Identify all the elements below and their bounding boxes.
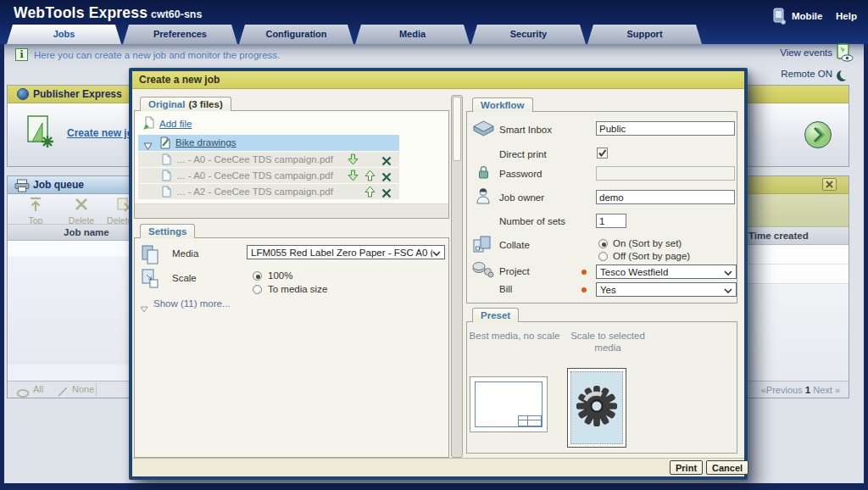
bill-select[interactable]: Yes bbox=[596, 282, 737, 297]
project-label: Project bbox=[499, 266, 530, 276]
view-events-icon[interactable] bbox=[835, 43, 854, 66]
tab-security[interactable]: Security bbox=[471, 25, 586, 44]
dialog-title: Create a new job bbox=[139, 74, 220, 86]
scale-to-media-label[interactable]: To media size bbox=[268, 284, 327, 294]
collate-on-radio[interactable] bbox=[598, 239, 608, 248]
file-row[interactable]: ... - A2 - CeeCee TDS campaign.pdf bbox=[138, 184, 399, 199]
tab-settings[interactable]: Settings bbox=[140, 224, 195, 238]
select-none-label[interactable]: None bbox=[72, 384, 94, 394]
media-icon bbox=[142, 245, 159, 268]
workflow-section: Workflow Smart Inbox Direct print Passwo… bbox=[466, 111, 737, 303]
move-down-icon[interactable] bbox=[348, 170, 359, 185]
show-more-triangle-icon[interactable] bbox=[140, 301, 148, 316]
smart-inbox-icon bbox=[472, 120, 495, 141]
select-all-icon[interactable] bbox=[16, 386, 30, 401]
tab-preset[interactable]: Preset bbox=[472, 308, 519, 322]
project-coins-icon bbox=[471, 261, 494, 281]
preset-scale-thumbnail[interactable] bbox=[567, 368, 626, 448]
remote-toggle-link[interactable]: Remote ON bbox=[781, 69, 832, 79]
view-events-link[interactable]: View events bbox=[780, 47, 832, 58]
scale-100-radio[interactable] bbox=[253, 271, 262, 281]
remove-file-icon[interactable] bbox=[381, 187, 392, 202]
move-down-icon[interactable] bbox=[348, 153, 359, 169]
move-up-icon[interactable] bbox=[364, 186, 376, 201]
file-row[interactable]: ... - A0 - CeeCee TDS campaign.pdf bbox=[138, 152, 399, 167]
tab-configuration[interactable]: Configuration bbox=[239, 25, 353, 44]
top-button[interactable]: Top bbox=[14, 197, 57, 226]
smart-inbox-label: Smart Inbox bbox=[499, 125, 552, 135]
close-icon[interactable] bbox=[822, 178, 837, 191]
select-none-icon[interactable] bbox=[57, 385, 69, 400]
scale-to-media-radio[interactable] bbox=[253, 285, 262, 294]
scale-label: Scale bbox=[172, 273, 197, 283]
pagination-page[interactable]: 1 bbox=[805, 385, 810, 395]
new-document-star-icon bbox=[25, 114, 57, 154]
mobile-link[interactable]: Mobile bbox=[792, 11, 822, 21]
collate-on-label[interactable]: On (Sort by set) bbox=[613, 238, 682, 248]
tab-support[interactable]: Support bbox=[587, 25, 702, 44]
tab-workflow-label: Workflow bbox=[481, 100, 525, 110]
chevron-down-icon bbox=[724, 264, 732, 280]
drawing-document-icon bbox=[160, 136, 170, 153]
file-group-link[interactable]: Bike drawings bbox=[175, 137, 236, 148]
dialog-scrollbar[interactable] bbox=[451, 95, 463, 458]
print-button[interactable]: Print bbox=[670, 460, 703, 475]
direct-print-checkbox[interactable] bbox=[597, 148, 608, 159]
page-frame bbox=[0, 483, 868, 490]
project-required-dot bbox=[581, 270, 587, 275]
collate-off-radio[interactable] bbox=[598, 252, 608, 261]
title-block bbox=[518, 415, 542, 426]
pagination: «Previous 1 Next » bbox=[761, 385, 840, 395]
delete-x-icon bbox=[74, 200, 89, 214]
crescent-moon-icon[interactable] bbox=[840, 69, 851, 80]
add-file-link[interactable]: Add file bbox=[159, 119, 192, 129]
direct-print-label: Direct print bbox=[499, 149, 547, 159]
green-chevron-circle-icon[interactable] bbox=[803, 120, 833, 153]
pagination-previous[interactable]: «Previous bbox=[761, 385, 803, 395]
job-owner-input[interactable] bbox=[596, 190, 735, 204]
info-icon: i bbox=[15, 48, 28, 61]
tab-original[interactable]: Original(3 files) bbox=[140, 97, 231, 111]
chevron-down-icon bbox=[724, 282, 732, 298]
collate-label: Collate bbox=[499, 240, 530, 250]
pagination-next[interactable]: Next » bbox=[813, 385, 840, 395]
preset-option2-label: Scale to selected media bbox=[564, 330, 652, 354]
tab-preferences[interactable]: Preferences bbox=[123, 25, 237, 44]
scrollbar-thumb[interactable] bbox=[453, 97, 461, 161]
dialog-footer: Print Cancel bbox=[132, 458, 744, 476]
select-all-label[interactable]: All bbox=[33, 384, 43, 394]
column-job-name[interactable]: Job name bbox=[64, 227, 109, 237]
tab-media[interactable]: Media bbox=[355, 25, 470, 44]
file-row[interactable]: ... - A0 - CeeCee TDS campaign.pdf bbox=[138, 168, 399, 183]
tab-settings-label: Settings bbox=[148, 226, 186, 237]
collate-icon bbox=[472, 235, 493, 257]
publisher-express-title: Publisher Express bbox=[33, 88, 122, 100]
tab-original-count: (3 files) bbox=[188, 99, 222, 109]
lock-icon bbox=[477, 164, 490, 183]
collate-off-label[interactable]: Off (Sort by page) bbox=[613, 251, 690, 261]
add-file-icon bbox=[143, 116, 155, 134]
media-label: Media bbox=[172, 248, 198, 259]
tab-jobs[interactable]: Jobs bbox=[7, 25, 121, 44]
delete-button[interactable]: Delete bbox=[60, 197, 103, 226]
pdf-document-icon bbox=[162, 153, 171, 169]
device-name: cwt60-sns bbox=[151, 8, 202, 20]
job-queue-title: Job queue bbox=[33, 179, 84, 191]
cancel-button[interactable]: Cancel bbox=[706, 460, 748, 475]
smart-inbox-input[interactable] bbox=[596, 121, 735, 136]
preset-best-media-thumbnail[interactable] bbox=[470, 376, 548, 432]
app-header: WebTools Express cwt60-sns Mobile Help J… bbox=[0, 0, 868, 44]
help-link[interactable]: Help bbox=[836, 11, 857, 21]
file-group-row[interactable]: Bike drawings bbox=[138, 135, 399, 151]
move-up-icon[interactable] bbox=[364, 170, 376, 185]
show-more-link[interactable]: Show (11) more... bbox=[153, 298, 231, 309]
project-select[interactable]: Tesco Westfield bbox=[596, 264, 737, 279]
scale-100-label[interactable]: 100% bbox=[268, 270, 292, 281]
mobile-phone-icon bbox=[773, 8, 786, 28]
media-select[interactable]: LFM055 Red Label Zero Paper - FSC A0 (84… bbox=[247, 245, 445, 259]
sets-input[interactable] bbox=[596, 214, 626, 228]
webtools-express-app: WebTools Express cwt60-sns Mobile Help J… bbox=[0, 0, 868, 490]
column-time-created[interactable]: Time created bbox=[748, 231, 809, 241]
tab-workflow[interactable]: Workflow bbox=[472, 97, 533, 112]
bill-required-dot bbox=[581, 287, 587, 292]
